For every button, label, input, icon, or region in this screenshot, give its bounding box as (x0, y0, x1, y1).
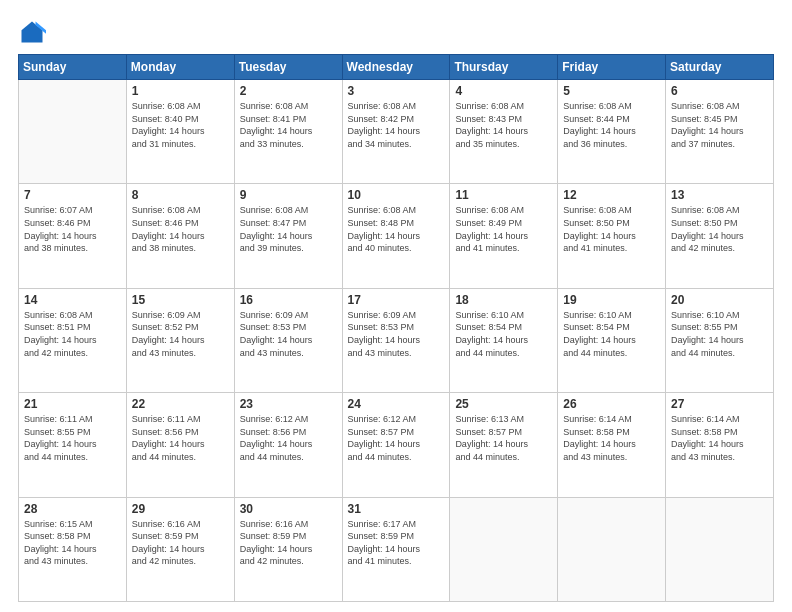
calendar-cell: 31Sunrise: 6:17 AM Sunset: 8:59 PM Dayli… (342, 497, 450, 601)
day-info: Sunrise: 6:09 AM Sunset: 8:53 PM Dayligh… (348, 309, 445, 359)
day-info: Sunrise: 6:08 AM Sunset: 8:46 PM Dayligh… (132, 204, 229, 254)
calendar-cell: 1Sunrise: 6:08 AM Sunset: 8:40 PM Daylig… (126, 80, 234, 184)
day-number: 3 (348, 84, 445, 98)
calendar-week-row: 21Sunrise: 6:11 AM Sunset: 8:55 PM Dayli… (19, 393, 774, 497)
day-number: 13 (671, 188, 768, 202)
day-number: 28 (24, 502, 121, 516)
day-number: 25 (455, 397, 552, 411)
header-row: SundayMondayTuesdayWednesdayThursdayFrid… (19, 55, 774, 80)
day-info: Sunrise: 6:08 AM Sunset: 8:43 PM Dayligh… (455, 100, 552, 150)
calendar-cell: 28Sunrise: 6:15 AM Sunset: 8:58 PM Dayli… (19, 497, 127, 601)
calendar-cell: 27Sunrise: 6:14 AM Sunset: 8:58 PM Dayli… (666, 393, 774, 497)
calendar-cell: 29Sunrise: 6:16 AM Sunset: 8:59 PM Dayli… (126, 497, 234, 601)
day-number: 8 (132, 188, 229, 202)
calendar-cell: 12Sunrise: 6:08 AM Sunset: 8:50 PM Dayli… (558, 184, 666, 288)
day-info: Sunrise: 6:11 AM Sunset: 8:56 PM Dayligh… (132, 413, 229, 463)
day-number: 1 (132, 84, 229, 98)
calendar-cell: 14Sunrise: 6:08 AM Sunset: 8:51 PM Dayli… (19, 288, 127, 392)
day-info: Sunrise: 6:08 AM Sunset: 8:41 PM Dayligh… (240, 100, 337, 150)
calendar-cell: 11Sunrise: 6:08 AM Sunset: 8:49 PM Dayli… (450, 184, 558, 288)
day-info: Sunrise: 6:15 AM Sunset: 8:58 PM Dayligh… (24, 518, 121, 568)
day-number: 11 (455, 188, 552, 202)
calendar-week-row: 28Sunrise: 6:15 AM Sunset: 8:58 PM Dayli… (19, 497, 774, 601)
day-number: 24 (348, 397, 445, 411)
day-number: 17 (348, 293, 445, 307)
calendar-cell: 13Sunrise: 6:08 AM Sunset: 8:50 PM Dayli… (666, 184, 774, 288)
calendar-cell: 17Sunrise: 6:09 AM Sunset: 8:53 PM Dayli… (342, 288, 450, 392)
calendar-cell: 24Sunrise: 6:12 AM Sunset: 8:57 PM Dayli… (342, 393, 450, 497)
weekday-header: Tuesday (234, 55, 342, 80)
day-info: Sunrise: 6:14 AM Sunset: 8:58 PM Dayligh… (671, 413, 768, 463)
calendar-cell: 6Sunrise: 6:08 AM Sunset: 8:45 PM Daylig… (666, 80, 774, 184)
day-info: Sunrise: 6:14 AM Sunset: 8:58 PM Dayligh… (563, 413, 660, 463)
weekday-header: Thursday (450, 55, 558, 80)
day-number: 16 (240, 293, 337, 307)
day-info: Sunrise: 6:08 AM Sunset: 8:48 PM Dayligh… (348, 204, 445, 254)
calendar-cell: 26Sunrise: 6:14 AM Sunset: 8:58 PM Dayli… (558, 393, 666, 497)
header (18, 18, 774, 46)
day-number: 31 (348, 502, 445, 516)
weekday-header: Friday (558, 55, 666, 80)
day-info: Sunrise: 6:08 AM Sunset: 8:42 PM Dayligh… (348, 100, 445, 150)
calendar-cell: 9Sunrise: 6:08 AM Sunset: 8:47 PM Daylig… (234, 184, 342, 288)
day-info: Sunrise: 6:08 AM Sunset: 8:45 PM Dayligh… (671, 100, 768, 150)
day-info: Sunrise: 6:16 AM Sunset: 8:59 PM Dayligh… (132, 518, 229, 568)
calendar-cell (19, 80, 127, 184)
day-number: 9 (240, 188, 337, 202)
calendar-cell: 19Sunrise: 6:10 AM Sunset: 8:54 PM Dayli… (558, 288, 666, 392)
calendar-cell (558, 497, 666, 601)
calendar-cell: 23Sunrise: 6:12 AM Sunset: 8:56 PM Dayli… (234, 393, 342, 497)
day-info: Sunrise: 6:09 AM Sunset: 8:53 PM Dayligh… (240, 309, 337, 359)
day-info: Sunrise: 6:09 AM Sunset: 8:52 PM Dayligh… (132, 309, 229, 359)
calendar-cell: 2Sunrise: 6:08 AM Sunset: 8:41 PM Daylig… (234, 80, 342, 184)
day-info: Sunrise: 6:13 AM Sunset: 8:57 PM Dayligh… (455, 413, 552, 463)
svg-marker-0 (22, 22, 43, 43)
calendar-cell: 30Sunrise: 6:16 AM Sunset: 8:59 PM Dayli… (234, 497, 342, 601)
day-number: 20 (671, 293, 768, 307)
day-info: Sunrise: 6:11 AM Sunset: 8:55 PM Dayligh… (24, 413, 121, 463)
day-number: 12 (563, 188, 660, 202)
day-number: 30 (240, 502, 337, 516)
day-number: 5 (563, 84, 660, 98)
day-info: Sunrise: 6:10 AM Sunset: 8:55 PM Dayligh… (671, 309, 768, 359)
weekday-header: Wednesday (342, 55, 450, 80)
day-info: Sunrise: 6:08 AM Sunset: 8:50 PM Dayligh… (563, 204, 660, 254)
calendar-week-row: 14Sunrise: 6:08 AM Sunset: 8:51 PM Dayli… (19, 288, 774, 392)
day-info: Sunrise: 6:17 AM Sunset: 8:59 PM Dayligh… (348, 518, 445, 568)
calendar-cell: 18Sunrise: 6:10 AM Sunset: 8:54 PM Dayli… (450, 288, 558, 392)
calendar-cell: 4Sunrise: 6:08 AM Sunset: 8:43 PM Daylig… (450, 80, 558, 184)
calendar-cell: 20Sunrise: 6:10 AM Sunset: 8:55 PM Dayli… (666, 288, 774, 392)
day-info: Sunrise: 6:16 AM Sunset: 8:59 PM Dayligh… (240, 518, 337, 568)
day-number: 18 (455, 293, 552, 307)
weekday-header: Monday (126, 55, 234, 80)
day-number: 27 (671, 397, 768, 411)
day-number: 15 (132, 293, 229, 307)
logo-icon (18, 18, 46, 46)
page: SundayMondayTuesdayWednesdayThursdayFrid… (0, 0, 792, 612)
calendar-cell: 25Sunrise: 6:13 AM Sunset: 8:57 PM Dayli… (450, 393, 558, 497)
day-info: Sunrise: 6:10 AM Sunset: 8:54 PM Dayligh… (563, 309, 660, 359)
calendar-cell: 16Sunrise: 6:09 AM Sunset: 8:53 PM Dayli… (234, 288, 342, 392)
day-number: 26 (563, 397, 660, 411)
calendar-week-row: 1Sunrise: 6:08 AM Sunset: 8:40 PM Daylig… (19, 80, 774, 184)
day-number: 14 (24, 293, 121, 307)
calendar-cell: 15Sunrise: 6:09 AM Sunset: 8:52 PM Dayli… (126, 288, 234, 392)
weekday-header: Sunday (19, 55, 127, 80)
day-info: Sunrise: 6:08 AM Sunset: 8:50 PM Dayligh… (671, 204, 768, 254)
day-info: Sunrise: 6:08 AM Sunset: 8:44 PM Dayligh… (563, 100, 660, 150)
day-number: 22 (132, 397, 229, 411)
calendar-week-row: 7Sunrise: 6:07 AM Sunset: 8:46 PM Daylig… (19, 184, 774, 288)
calendar-cell: 22Sunrise: 6:11 AM Sunset: 8:56 PM Dayli… (126, 393, 234, 497)
day-number: 6 (671, 84, 768, 98)
day-number: 29 (132, 502, 229, 516)
day-info: Sunrise: 6:08 AM Sunset: 8:49 PM Dayligh… (455, 204, 552, 254)
weekday-header: Saturday (666, 55, 774, 80)
day-info: Sunrise: 6:12 AM Sunset: 8:57 PM Dayligh… (348, 413, 445, 463)
calendar-cell: 5Sunrise: 6:08 AM Sunset: 8:44 PM Daylig… (558, 80, 666, 184)
calendar-cell: 21Sunrise: 6:11 AM Sunset: 8:55 PM Dayli… (19, 393, 127, 497)
day-number: 21 (24, 397, 121, 411)
day-number: 4 (455, 84, 552, 98)
day-number: 23 (240, 397, 337, 411)
calendar-cell (666, 497, 774, 601)
day-info: Sunrise: 6:08 AM Sunset: 8:51 PM Dayligh… (24, 309, 121, 359)
